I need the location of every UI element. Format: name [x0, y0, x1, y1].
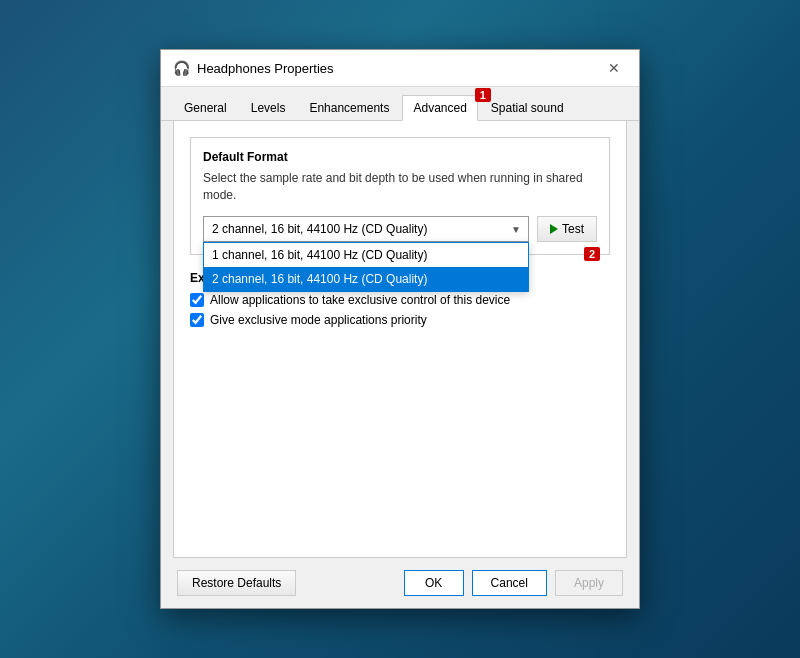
exclusive-control-row: Allow applications to take exclusive con…	[190, 293, 610, 307]
dialog-title: Headphones Properties	[197, 61, 601, 76]
format-option-2[interactable]: 2 channel, 16 bit, 44100 Hz (CD Quality)	[204, 267, 528, 291]
play-icon	[550, 224, 558, 234]
default-format-description: Select the sample rate and bit depth to …	[203, 170, 597, 204]
format-row: 2 channel, 16 bit, 44100 Hz (CD Quality)…	[203, 216, 597, 242]
annotation-1: 1	[475, 88, 491, 102]
annotation-2: 2	[584, 247, 600, 261]
tab-levels[interactable]: Levels	[240, 95, 297, 120]
format-dropdown-selected[interactable]: 2 channel, 16 bit, 44100 Hz (CD Quality)	[203, 216, 529, 242]
format-option-1[interactable]: 1 channel, 16 bit, 44100 Hz (CD Quality)	[204, 243, 528, 267]
test-button[interactable]: Test 2	[537, 216, 597, 242]
exclusive-priority-label: Give exclusive mode applications priorit…	[210, 313, 427, 327]
format-dropdown-wrapper: 2 channel, 16 bit, 44100 Hz (CD Quality)…	[203, 216, 529, 242]
dialog-footer: Restore Defaults OK Cancel Apply	[161, 558, 639, 608]
tab-bar: General Levels Enhancements Advanced 1 S…	[161, 87, 639, 121]
restore-defaults-button[interactable]: Restore Defaults	[177, 570, 296, 596]
default-format-section: Default Format Select the sample rate an…	[190, 137, 610, 255]
tab-content: Default Format Select the sample rate an…	[173, 121, 627, 558]
default-format-title: Default Format	[203, 150, 597, 164]
ok-button[interactable]: OK	[404, 570, 464, 596]
tab-advanced[interactable]: Advanced 1	[402, 95, 477, 121]
title-bar: 🎧 Headphones Properties ✕	[161, 50, 639, 87]
cancel-button[interactable]: Cancel	[472, 570, 547, 596]
dialog: 🎧 Headphones Properties ✕ General Levels…	[160, 49, 640, 609]
action-buttons: OK Cancel Apply	[404, 570, 623, 596]
exclusive-control-label: Allow applications to take exclusive con…	[210, 293, 510, 307]
exclusive-control-checkbox[interactable]	[190, 293, 204, 307]
apply-button[interactable]: Apply	[555, 570, 623, 596]
close-button[interactable]: ✕	[601, 58, 627, 78]
tab-general[interactable]: General	[173, 95, 238, 120]
exclusive-priority-checkbox[interactable]	[190, 313, 204, 327]
format-dropdown-list: 1 channel, 16 bit, 44100 Hz (CD Quality)…	[203, 242, 529, 292]
tab-spatial-sound[interactable]: Spatial sound	[480, 95, 575, 120]
tab-enhancements[interactable]: Enhancements	[298, 95, 400, 120]
headphones-icon: 🎧	[173, 60, 189, 76]
exclusive-priority-row: Give exclusive mode applications priorit…	[190, 313, 610, 327]
